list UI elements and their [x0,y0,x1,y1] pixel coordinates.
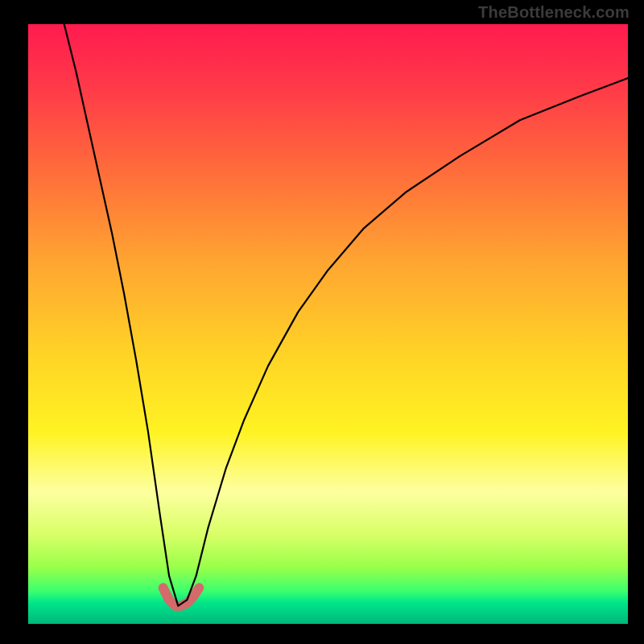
gradient-background [28,24,628,624]
watermark-text: TheBottleneck.com [478,3,630,22]
plot-area [28,24,628,624]
chart-svg [28,24,628,624]
chart-frame: TheBottleneck.com [0,0,644,644]
